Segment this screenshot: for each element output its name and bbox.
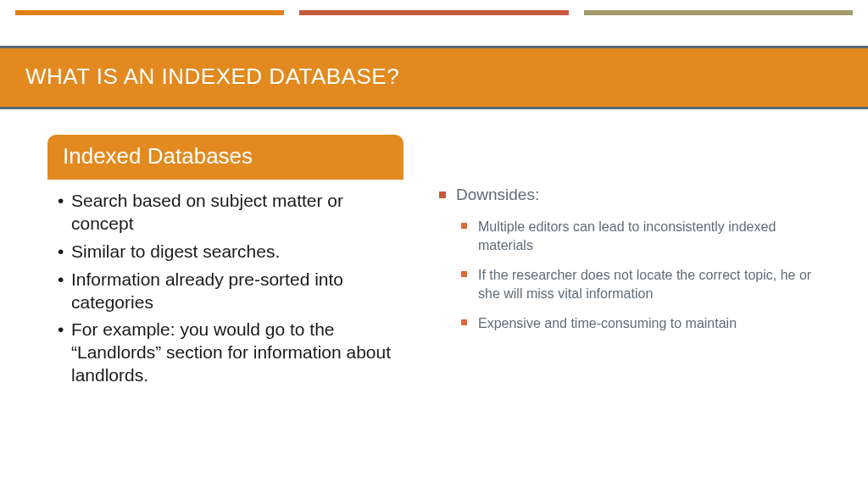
card-body: Search based on subject matter or concep… [47,180,403,387]
slide-title: WHAT IS AN INDEXED DATABASE? [25,64,843,90]
downsides-list: Multiple editors can lead to inconsisten… [437,218,834,333]
list-item: If the researcher does not locate the co… [461,266,834,302]
left-column: Indexed Databases Search based on subjec… [47,135,403,392]
accent-stripes [0,10,868,15]
list-item: Similar to digest searches. [56,241,395,263]
stripe-red [299,10,568,15]
list-item: For example: you would go to the “Landlo… [56,319,395,387]
list-item: Information already pre-sorted into cate… [56,269,395,314]
features-list: Search based on subject matter or concep… [56,190,395,387]
title-bar: WHAT IS AN INDEXED DATABASE? [0,46,868,109]
stripe-orange [15,10,284,15]
card-header: Indexed Databases [47,135,403,180]
list-item: Multiple editors can lead to inconsisten… [461,218,834,254]
right-column: Downsides: Multiple editors can lead to … [437,135,834,392]
stripe-olive [584,10,853,15]
list-item: Expensive and time-consuming to maintain [461,314,834,333]
downsides-heading: Downsides: [437,186,834,204]
list-item: Search based on subject matter or concep… [56,190,395,236]
content-area: Indexed Databases Search based on subjec… [0,109,868,392]
